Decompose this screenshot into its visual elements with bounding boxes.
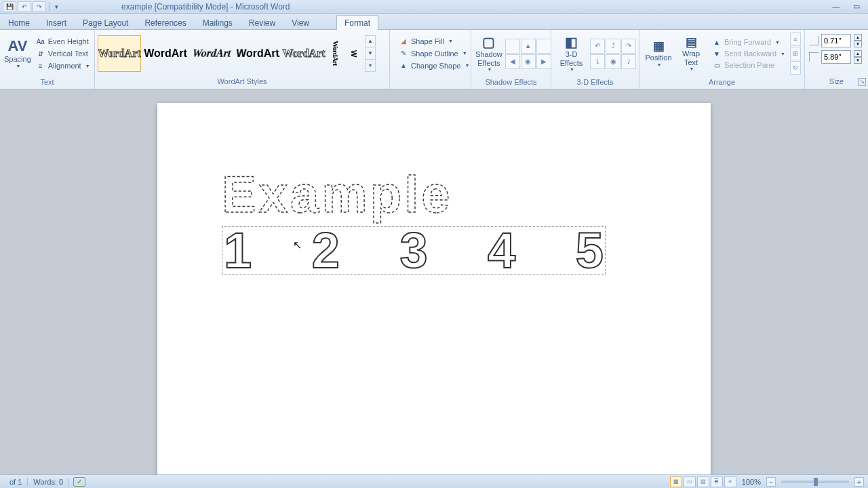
tilt-down-left[interactable]: ⤹: [590, 54, 605, 69]
zoom-slider[interactable]: [781, 481, 849, 483]
wordart-style-4[interactable]: WordArt: [234, 37, 282, 73]
quick-access-toolbar: 💾 ↶ ↷ ▾: [3, 1, 60, 12]
send-backward-icon: ▼: [712, 49, 722, 58]
group-shadow-effects: ▢ Shadow Effects ▼ ▲ ◀ ◉ ▶ Shadow Effect…: [471, 30, 551, 89]
view-draft[interactable]: ≡: [724, 476, 736, 487]
width-field-row: ▲▼: [809, 50, 862, 64]
spellcheck-icon[interactable]: ✓: [73, 477, 85, 487]
document-area[interactable]: Example 1 2 3 4 5 ↖: [0, 89, 868, 474]
minimize-button[interactable]: —: [830, 2, 842, 12]
wordart-numbers[interactable]: 1 2 3 4 5: [222, 226, 606, 275]
group-label-shadow: Shadow Effects: [471, 77, 551, 89]
qat-separator: [49, 2, 50, 12]
pencil-icon: ✎: [399, 49, 408, 58]
nudge-right[interactable]: ▶: [536, 54, 551, 69]
zoom-level[interactable]: 100%: [742, 478, 761, 486]
redo-button[interactable]: ↷: [33, 1, 46, 12]
nudge-left[interactable]: ◀: [505, 54, 520, 69]
zoom-thumb[interactable]: [814, 478, 818, 486]
digit-3: 3: [399, 226, 427, 276]
group-text: AV Spacing ▼ AaEven Height ⇵Vertical Tex…: [0, 30, 95, 89]
window-title: example [Compatibility Mode] - Microsoft…: [121, 2, 290, 12]
wordart-style-3[interactable]: WordArt: [188, 35, 235, 72]
wordart-gallery: WordArt WordArt WordArt WordArt WordArt …: [98, 35, 376, 72]
svg-text:Example: Example: [222, 167, 453, 223]
width-input[interactable]: [821, 50, 851, 64]
nudge-up[interactable]: ▲: [521, 39, 536, 54]
view-web[interactable]: ▤: [697, 476, 709, 487]
wordart-style-7[interactable]: W: [346, 35, 362, 72]
height-input[interactable]: [821, 34, 851, 47]
tab-insert[interactable]: Insert: [38, 15, 75, 30]
save-button[interactable]: 💾: [3, 1, 16, 12]
shadow-nudge-grid: ▲ ◀ ◉ ▶: [505, 39, 551, 69]
gallery-up[interactable]: ▲: [366, 36, 375, 48]
vertical-text-button[interactable]: ⇵Vertical Text: [34, 48, 92, 59]
group-label-text: Text: [0, 77, 94, 89]
gallery-more[interactable]: ▾: [366, 60, 375, 71]
alignment-button[interactable]: ≡Alignment▼: [34, 60, 92, 71]
view-print-layout[interactable]: ▦: [670, 476, 682, 487]
spacing-button[interactable]: AV Spacing ▼: [3, 31, 33, 76]
digit-4: 4: [488, 226, 515, 276]
wordart-style-1[interactable]: WordArt: [98, 35, 141, 72]
height-spinner[interactable]: ▲▼: [854, 34, 862, 47]
restore-button[interactable]: ▭: [850, 2, 863, 12]
rotate-button[interactable]: ↻: [790, 61, 801, 75]
size-launcher[interactable]: ↘: [858, 78, 866, 86]
width-icon: [809, 52, 818, 62]
tab-home[interactable]: Home: [0, 15, 38, 30]
send-backward-button[interactable]: ▼Send Backward▼: [710, 48, 787, 59]
chevron-down-icon: ▼: [657, 62, 662, 67]
tab-view[interactable]: View: [283, 15, 317, 30]
tab-mailings[interactable]: Mailings: [195, 15, 241, 30]
view-full-screen[interactable]: ▭: [684, 476, 696, 487]
ribbon: AV Spacing ▼ AaEven Height ⇵Vertical Tex…: [0, 30, 868, 89]
chevron-down-icon: ▼: [448, 39, 453, 43]
tilt-down-right[interactable]: ⤸: [621, 54, 636, 69]
even-height-button[interactable]: AaEven Height: [34, 36, 92, 47]
tab-review[interactable]: Review: [241, 15, 283, 30]
zoom-in[interactable]: +: [854, 477, 864, 487]
selection-pane-icon: ▭: [712, 60, 722, 70]
selection-pane-button[interactable]: ▭Selection Pane: [710, 60, 787, 70]
page[interactable]: Example 1 2 3 4 5 ↖: [157, 103, 711, 474]
bring-forward-button[interactable]: ▲Bring Forward▼: [710, 37, 787, 47]
wordart-style-2[interactable]: WordArt: [144, 35, 187, 72]
ribbon-tabs: Home Insert Page Layout References Maili…: [0, 14, 868, 30]
wordart-style-5[interactable]: WordArt: [282, 35, 326, 72]
tilt-up[interactable]: ⤴: [606, 39, 620, 54]
tilt-left[interactable]: ↶: [590, 39, 605, 54]
shape-outline-button[interactable]: ✎Shape Outline▼: [397, 48, 471, 59]
zoom-out[interactable]: −: [766, 477, 776, 487]
status-words[interactable]: Words: 0: [28, 478, 69, 486]
undo-button[interactable]: ↶: [18, 1, 31, 12]
cube-icon: ◧: [565, 35, 578, 49]
3d-effects-button[interactable]: ◧ 3-D Effects ▼: [554, 31, 589, 76]
group-label-size: Size↘: [805, 77, 868, 89]
wrap-text-button[interactable]: ▤ Wrap Text ▼: [676, 31, 706, 76]
view-outline[interactable]: ≣: [711, 476, 723, 487]
wordart-style-6[interactable]: WordArt: [328, 35, 343, 72]
digit-1: 1: [224, 226, 252, 276]
even-height-icon: Aa: [36, 37, 45, 46]
tilt-right[interactable]: ↷: [621, 39, 636, 54]
wordart-example[interactable]: Example: [222, 167, 615, 228]
change-shape-button[interactable]: ▲Change Shape▼: [397, 60, 471, 71]
status-page[interactable]: of 1: [4, 478, 28, 486]
shadow-effects-button[interactable]: ▢ Shadow Effects ▼: [474, 31, 504, 76]
align-button[interactable]: ≡: [790, 33, 801, 46]
gallery-down[interactable]: ▼: [366, 47, 375, 60]
position-button[interactable]: ▦ Position ▼: [642, 31, 675, 76]
chevron-down-icon: ▼: [781, 52, 785, 56]
nudge-toggle[interactable]: ◉: [521, 54, 536, 69]
qat-customize[interactable]: ▾: [52, 1, 60, 12]
position-icon: ▦: [653, 40, 665, 52]
group-button[interactable]: ⊞: [790, 47, 801, 60]
width-spinner[interactable]: ▲▼: [854, 50, 862, 64]
tab-references[interactable]: References: [136, 15, 194, 30]
tab-page-layout[interactable]: Page Layout: [75, 15, 136, 30]
tilt-toggle[interactable]: ◉: [606, 54, 620, 69]
shape-fill-button[interactable]: ◢Shape Fill▼: [397, 36, 471, 47]
tab-format[interactable]: Format: [336, 15, 378, 30]
